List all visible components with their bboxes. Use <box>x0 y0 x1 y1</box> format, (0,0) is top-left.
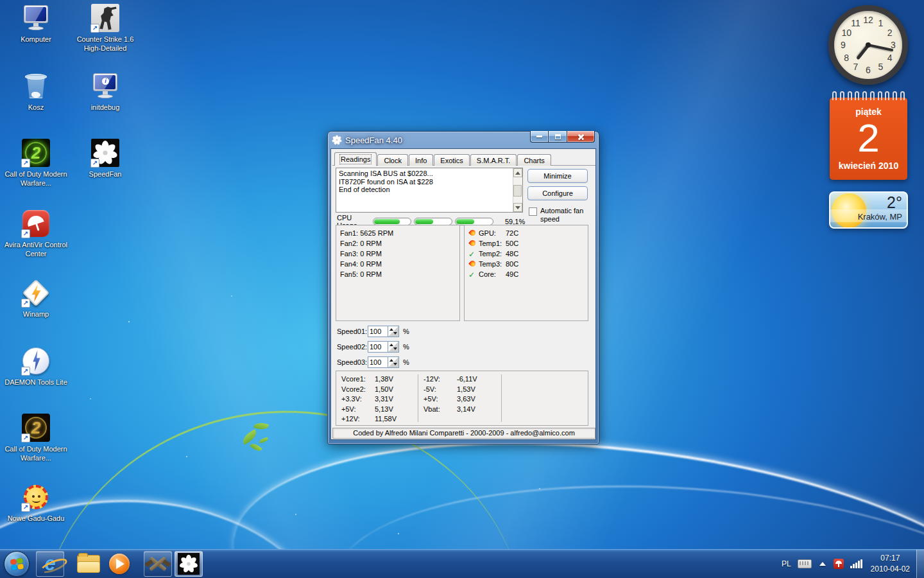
scroll-down-button[interactable] <box>513 203 522 212</box>
fan-reading: Fan2: 0 RPM <box>340 238 456 249</box>
taskbar-explorer-button[interactable] <box>74 551 103 577</box>
keyboard-icon[interactable] <box>798 559 812 568</box>
desktop-icon-kosz[interactable]: Kosz <box>2 71 70 112</box>
start-button[interactable] <box>4 551 30 577</box>
desktop-icon-cod-mw2-gold[interactable]: ↗ Call of Duty Modern Warfare... <box>2 412 70 463</box>
speed02-row: Speed02: % <box>337 341 409 353</box>
window-client-area: Readings Clock Info Exotics S.M.A.R.T. C… <box>330 148 596 440</box>
taskbar-internet-explorer-button[interactable]: e <box>36 551 64 577</box>
clock-number: 9 <box>838 40 848 50</box>
scroll-up-button[interactable] <box>513 168 522 177</box>
scrollbar-track[interactable] <box>513 177 522 203</box>
clock-number: 5 <box>876 62 886 72</box>
icon-label: SpeedFan <box>89 170 122 179</box>
automatic-fan-speed-checkbox[interactable] <box>529 207 537 216</box>
fan-reading: Fan1: 5625 RPM <box>340 228 456 238</box>
icon-label: Call of Duty Modern Warfare... <box>2 170 70 188</box>
computer-icon <box>22 5 49 31</box>
speed01-row: Speed01: % <box>337 326 409 337</box>
calendar-month-year: kwiecień 2010 <box>839 161 898 171</box>
voltage-reading: -5V:1,53V <box>424 385 496 395</box>
automatic-fan-speed-option[interactable]: Automatic fan speed <box>529 207 594 223</box>
temp-reading: Temp3:80C <box>468 259 584 269</box>
temp-status-icon <box>468 240 477 248</box>
minimize-button[interactable]: Minimize <box>527 169 588 183</box>
arrow-up-icon <box>515 171 520 175</box>
maximize-icon <box>555 134 561 139</box>
window-title: SpeedFan 4.40 <box>345 136 402 145</box>
clock-number: 4 <box>885 53 895 63</box>
maximize-window-button[interactable] <box>549 131 567 143</box>
minimize-window-button[interactable] <box>530 131 549 143</box>
shortcut-arrow-icon: ↗ <box>21 503 30 512</box>
tray-clock[interactable]: 07:17 2010-04-02 <box>871 553 910 575</box>
desktop-icon-cod-mw2[interactable]: ↗ Call of Duty Modern Warfare... <box>2 137 70 188</box>
calendar-spiral-icon <box>832 91 905 100</box>
desktop-icon-daemon-tools[interactable]: ↗ DAEMON Tools Lite <box>2 346 70 387</box>
tab-smart[interactable]: S.M.A.R.T. <box>470 154 517 166</box>
desktop-icon-avira[interactable]: ↗ Avira AntiVir Control Center <box>2 208 70 259</box>
icon-label: Nowe Gadu-Gadu <box>8 514 65 523</box>
speed02-input[interactable] <box>368 341 388 353</box>
taskbar: e PL 07:17 2010-04-02 <box>0 549 924 578</box>
temp-status-icon <box>468 270 477 279</box>
temp-status-icon <box>468 229 477 238</box>
speed03-spinner[interactable] <box>388 356 399 368</box>
close-window-button[interactable] <box>567 131 595 143</box>
scrollbar-thumb[interactable] <box>513 185 522 197</box>
tab-info[interactable]: Info <box>409 154 433 166</box>
caption-buttons <box>530 131 595 143</box>
log-scrollbar[interactable] <box>513 168 522 212</box>
crossed-pistols-icon <box>146 554 169 574</box>
show-desktop-button[interactable] <box>916 550 924 578</box>
icon-label: Call of Duty Modern Warfare... <box>2 445 70 463</box>
desktop-icon-initdebug[interactable]: initdebug <box>71 71 139 112</box>
weather-gadget[interactable]: 2° Kraków, MP <box>829 191 908 229</box>
taskbar-counter-strike-button[interactable] <box>144 551 172 577</box>
tab-clock[interactable]: Clock <box>377 154 408 166</box>
show-hidden-icons-button[interactable] <box>819 562 826 566</box>
taskbar-media-player-button[interactable] <box>105 551 133 577</box>
windows-logo-icon <box>10 558 24 570</box>
shortcut-arrow-icon: ↗ <box>90 24 99 33</box>
network-signal-icon[interactable] <box>850 559 863 568</box>
icon-label: DAEMON Tools Lite <box>4 378 67 387</box>
calendar-gadget[interactable]: piątek 2 kwiecień 2010 <box>830 98 907 180</box>
taskbar-speedfan-button[interactable] <box>175 551 203 577</box>
desktop-icon-speedfan[interactable]: ↗ SpeedFan <box>71 137 139 179</box>
speedfan-window: SpeedFan 4.40 Readings Clock Info Exotic… <box>327 131 599 444</box>
weather-location: Kraków, MP <box>858 212 902 222</box>
initdebug-icon <box>92 73 119 99</box>
speed03-input[interactable] <box>368 356 388 368</box>
voltage-reading: Vcore1:1,38V <box>341 374 413 385</box>
temp-reading: Temp1:50C <box>468 238 584 249</box>
tab-readings[interactable]: Readings <box>334 152 377 166</box>
voltage-reading: Vcore2:1,50V <box>341 385 413 395</box>
configure-button[interactable]: Configure <box>527 186 588 200</box>
clock-number: 2 <box>885 28 895 38</box>
speed02-spinner[interactable] <box>388 341 399 353</box>
desktop-icon-komputer[interactable]: Komputer <box>2 3 70 44</box>
speed01-input[interactable] <box>368 326 388 337</box>
tab-exotics[interactable]: Exotics <box>434 154 469 166</box>
language-indicator[interactable]: PL <box>782 559 791 568</box>
titlebar[interactable]: SpeedFan 4.40 <box>330 132 596 148</box>
voltage-reading: +3.3V:3,31V <box>341 394 413 405</box>
desktop-icon-counter-strike[interactable]: ↗ Counter Strike 1.6 High-Detailed <box>71 3 139 53</box>
calendar-day: 2 <box>857 118 879 158</box>
voltage-reading: +5V:5,13V <box>341 405 413 415</box>
shortcut-arrow-icon: ↗ <box>21 367 30 376</box>
desktop-icon-winamp[interactable]: ↗ Winamp <box>2 277 70 319</box>
system-tray: PL 07:17 2010-04-02 <box>782 550 924 578</box>
tab-charts[interactable]: Charts <box>517 154 551 166</box>
voltage-reading: +5V:3,63V <box>424 394 496 405</box>
temperature-readings-panel: GPU:72C Temp1:50C Temp2:48C Temp3:80C Co… <box>464 225 588 321</box>
detection-log[interactable]: Scanning ISA BUS at $0228... IT8720F fou… <box>336 168 523 213</box>
desktop-icon-gadu-gadu[interactable]: ↗ Nowe Gadu-Gadu <box>2 482 70 523</box>
voltage-readings-panel: Vcore1:1,38V Vcore2:1,50V +3.3V:3,31V +5… <box>336 371 588 426</box>
voltage-reading: -12V:-6,11V <box>424 374 496 385</box>
avira-tray-icon[interactable] <box>834 559 844 569</box>
tray-date: 2010-04-02 <box>871 564 910 575</box>
clock-gadget[interactable]: 121234567891011 <box>828 5 908 85</box>
speed01-spinner[interactable] <box>388 326 399 337</box>
